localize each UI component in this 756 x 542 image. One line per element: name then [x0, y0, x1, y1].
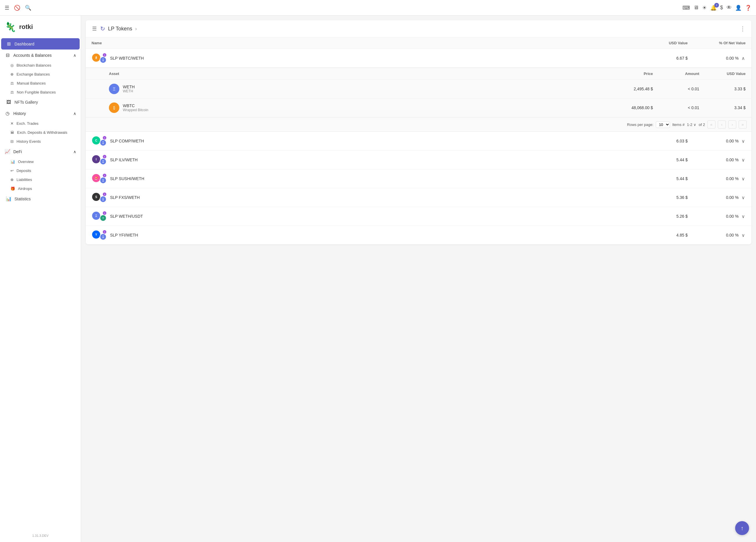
sidebar-item-dashboard[interactable]: ⊞ Dashboard — [1, 38, 80, 50]
collapse-panel-button[interactable]: ☰ — [92, 25, 97, 32]
code-icon[interactable]: ⌨ — [682, 5, 690, 11]
asset-table-header: Asset Price Amount USD Value — [86, 68, 751, 80]
menu-icon[interactable]: ☰ — [5, 5, 9, 11]
expand-row-button[interactable]: ∨ — [741, 157, 746, 163]
sidebar-item-manual-balances[interactable]: ⚖ Manual Balances — [0, 79, 81, 88]
refresh-icon[interactable]: ↻ — [100, 25, 105, 32]
token-icon-secondary: Ξ — [100, 177, 107, 184]
sidebar-item-label: Airdrops — [18, 187, 32, 191]
lp-pct-cell: 0.00 % ∨ — [688, 194, 746, 201]
sidebar-item-exch-trades[interactable]: ✕ Exch. Trades — [0, 119, 81, 128]
lp-pct: 0.00 % — [726, 139, 739, 143]
items-range-value: 1-2 — [687, 123, 693, 127]
sidebar-item-label: Non Fungible Balances — [17, 90, 56, 94]
trades-icon: ✕ — [10, 121, 14, 126]
expand-row-button[interactable]: ∨ — [741, 213, 746, 220]
sidebar-item-airdrops[interactable]: 🎁 Airdrops — [0, 184, 81, 193]
main-layout: 🦎 rotki ⊞ Dashboard ⊟ Accounts & Balance… — [0, 16, 756, 542]
lp-pct-cell: 0.00 % ∧ — [688, 55, 746, 62]
notifications-icon[interactable]: 🔔 2 — [710, 5, 717, 11]
weth-price: 2,495.48 $ — [601, 87, 653, 91]
sidebar-item-deposits[interactable]: ↩ Deposits — [0, 166, 81, 175]
sidebar-item-blockchain-balances[interactable]: ◎ Blockchain Balances — [0, 61, 81, 70]
lp-pct: 0.00 % — [726, 233, 739, 238]
eye-icon[interactable]: 👁 — [726, 5, 732, 11]
lp-name: SLP WETH/USDT — [110, 214, 143, 219]
asset-name-cell: C Ξ S SLP COMP/WETH — [92, 136, 630, 146]
rows-per-page-select[interactable]: 10 — [656, 121, 670, 128]
sidebar-item-liabilities[interactable]: ⊕ Liabilities — [0, 175, 81, 184]
sidebar-item-non-fungible-balances[interactable]: ⚖ Non Fungible Balances — [0, 88, 81, 97]
panel-options-button[interactable]: ⋮ — [740, 25, 746, 32]
lp-usd-value: 5.26 $ — [630, 214, 688, 219]
deposits-defi-icon: ↩ — [10, 169, 14, 173]
sidebar-version: 1.31.3.DEV — [0, 529, 81, 542]
slp-badge: S — [103, 192, 107, 196]
monitor-icon[interactable]: 🖥 — [693, 5, 699, 11]
sidebar-item-exch-deposits[interactable]: 🏛 Exch. Deposits & Withdrawals — [0, 128, 81, 137]
wbtc-usd-value: 3.34 $ — [699, 105, 746, 110]
scroll-to-top-button[interactable]: ↑ — [735, 521, 749, 535]
first-page-button[interactable]: « — [707, 121, 715, 129]
token-icon-secondary: Ξ — [100, 234, 107, 240]
no-ads-icon[interactable]: 🚫 — [14, 5, 20, 11]
blockchain-icon: ◎ — [10, 63, 14, 68]
collapse-row-button[interactable]: ∧ — [741, 55, 746, 62]
sidebar-item-label: Accounts & Balances — [13, 53, 52, 58]
panel-title: LP Tokens — [108, 26, 132, 32]
last-page-button[interactable]: » — [739, 121, 747, 129]
sidebar-item-exchange-balances[interactable]: ⊕ Exchange Balances — [0, 70, 81, 79]
sidebar-item-label: Statistics — [14, 197, 31, 201]
panel-header: ☰ ↻ LP Tokens › ⋮ — [86, 20, 751, 37]
currency-icon[interactable]: $ — [720, 5, 723, 11]
theme-icon[interactable]: ☀ — [702, 5, 707, 11]
token-icons: 🍣 Ξ S — [92, 174, 107, 184]
wbtc-amount: < 0.01 — [653, 105, 699, 110]
expand-row-button[interactable]: ∨ — [741, 176, 746, 182]
asset-row-wbtc: ₿ WBTC Wrapped Bitcoin 48,068.00 $ < 0.0… — [86, 99, 751, 117]
sidebar-item-nfts-gallery[interactable]: 🖼 NFTs Gallery — [1, 97, 80, 108]
events-icon: ⊟ — [10, 139, 14, 144]
asset-name-cell: ₿ Ξ S SLP WBTC/WETH — [92, 53, 630, 63]
expand-row-button[interactable]: ∨ — [741, 138, 746, 145]
sidebar-item-defi[interactable]: 📈 DeFi ∧ — [0, 146, 81, 157]
col-name: Name — [92, 41, 630, 45]
lp-name: SLP FXS/WETH — [110, 195, 140, 200]
chevron-up-icon: ∧ — [73, 53, 76, 58]
lp-table-header: Name USD Value % Of Net Value — [86, 37, 751, 49]
user-icon[interactable]: 👤 — [735, 5, 742, 11]
slp-badge: S — [103, 155, 107, 159]
prev-page-button[interactable]: ‹ — [718, 121, 726, 129]
col-net-value: % Of Net Value — [688, 41, 746, 45]
lp-name: SLP YFI/WETH — [110, 233, 138, 238]
lp-usd-value: 5.44 $ — [630, 176, 688, 181]
dashboard-icon: ⊞ — [6, 41, 12, 47]
lp-usd-value: 6.67 $ — [630, 56, 688, 61]
sidebar-logo: 🦎 rotki — [0, 16, 81, 38]
search-icon[interactable]: 🔍 — [25, 5, 31, 11]
help-icon[interactable]: ❓ — [745, 5, 751, 11]
lp-name: SLP COMP/WETH — [110, 139, 144, 143]
sidebar-item-statistics[interactable]: 📊 Statistics — [1, 193, 80, 205]
sidebar-item-history-events[interactable]: ⊟ History Events — [0, 137, 81, 146]
sub-table-pagination: Rows per page: 10 Items # 1-2 ∨ of 2 « ‹… — [86, 117, 751, 132]
sidebar-item-label: DeFi — [13, 149, 22, 154]
expand-row-button[interactable]: ∨ — [741, 194, 746, 201]
weth-icon: Ξ — [109, 84, 119, 94]
expand-row-button[interactable]: ∨ — [741, 232, 746, 239]
next-page-button[interactable]: › — [728, 121, 736, 129]
slp-badge: S — [103, 174, 107, 178]
lp-row-yfi-weth: Y Ξ S SLP YFI/WETH 4.85 $ 0.00 % ∨ — [86, 226, 751, 245]
sidebar-item-label: Deposits — [17, 169, 31, 173]
exchange-icon: ⊕ — [10, 72, 14, 76]
lp-usd-value: 5.44 $ — [630, 158, 688, 162]
sidebar-item-accounts-balances[interactable]: ⊟ Accounts & Balances ∧ — [0, 50, 81, 61]
sidebar-item-history[interactable]: ◷ History ∧ — [0, 108, 81, 119]
lp-pct: 0.00 % — [726, 56, 739, 61]
token-icon-secondary: Ξ — [100, 139, 107, 146]
gallery-icon: 🖼 — [6, 100, 12, 105]
sidebar-item-overview[interactable]: 📊 Overview — [0, 157, 81, 166]
lp-row-sushi-weth: 🍣 Ξ S SLP SUSHI/WETH 5.44 $ 0.00 % ∨ — [86, 169, 751, 188]
items-range: 1-2 ∨ — [687, 123, 697, 127]
lp-usd-value: 5.36 $ — [630, 195, 688, 200]
